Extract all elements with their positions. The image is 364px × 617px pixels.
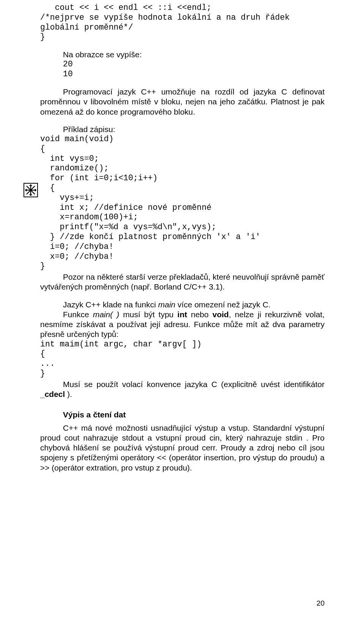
svg-line-5 [31,186,35,190]
text-bold-cdecl: _cdecl [40,390,65,398]
code-line: vys+=i; [40,193,94,202]
svg-line-6 [27,190,31,194]
paragraph-main-restrictions: Jazyk C++ klade na funkci main více omez… [40,300,325,340]
paragraph-compilers: Pozor na některé starší verze překladačů… [40,272,325,292]
code-line: printf("x=%d a vys=%d\n",x,vys); [40,222,216,231]
example-heading: Příklad zápisu: [40,124,325,134]
code-line: { [40,144,45,153]
text: Musí se použít volací konvence jazyka C … [63,380,325,389]
code-line: x=random(100)+i; [40,212,138,222]
text-italic-mainfn: main( ) [93,310,119,319]
code-line: } [40,32,45,41]
screen-output-heading: Na obrazce se vypíše: [40,50,325,60]
paragraph-io: C++ má nové možnosti usnadňující výstup … [40,423,325,473]
code-line: { [40,183,55,192]
heading-io: Výpis a čtení dat [40,410,325,420]
code-line: for (int i=0;i<10;i++) [40,173,158,183]
svg-line-4 [27,186,31,190]
code-line: } //zde končí platnost proměnných 'x' a … [40,232,260,241]
text-italic-main: main [158,300,176,309]
paragraph-scope: Programovací jazyk C++ umožňuje na rozdí… [40,87,325,117]
code-block-example: void main(void) { int vys=0; randomize()… [40,134,325,271]
code-line: /*nejprve se vypíše hodnota lokální a na… [40,13,290,22]
code-line: ... [40,359,55,368]
text: nebo [187,310,212,319]
code-line: int vys=0; [40,154,99,163]
code-line: cout << i << endl << ::i <<endl; [40,3,212,12]
example-block: Příklad zápisu: void main(void) { int vy… [40,124,325,271]
code-block-top: cout << i << endl << ::i <<endl; /*nejpr… [40,3,325,42]
screen-output-block: Na obrazce se vypíše: 20 10 [40,50,325,79]
text: musí být typu [119,310,177,319]
code-line: x=0; //chyba! [40,252,114,261]
text: Jazyk C++ klade na funkci [63,300,158,309]
svg-line-7 [31,190,35,194]
code-line: void main(void) [40,134,114,143]
screen-output-line: 20 [40,60,325,69]
code-block-mainsig: int maim(int argc, char *argv[ ]) { ... … [40,340,325,379]
paragraph-cdecl: Musí se použít volací konvence jazyka C … [40,379,325,400]
page-container: cout << i << endl << ::i <<endl; /*nejpr… [0,0,364,617]
code-line: globální proměnné*/ [40,23,133,32]
code-line: } [40,261,45,271]
code-line: randomize(); [40,164,109,173]
screen-output-line: 10 [40,69,325,79]
text: Funkce [63,310,93,319]
text-bold-int: int [177,310,187,319]
code-line: { [40,349,45,358]
text: více omezení než jazyk C. [176,300,271,309]
code-line: } [40,369,45,378]
code-line: int maim(int argc, char *argv[ ]) [40,340,202,349]
code-line: i=0; //chyba! [40,242,114,251]
text-bold-void: void [212,310,229,319]
example-icon [24,183,38,197]
text: ). [65,390,72,398]
code-line: int x; //definice nové proměnné [40,203,212,212]
page-number: 20 [317,599,325,608]
